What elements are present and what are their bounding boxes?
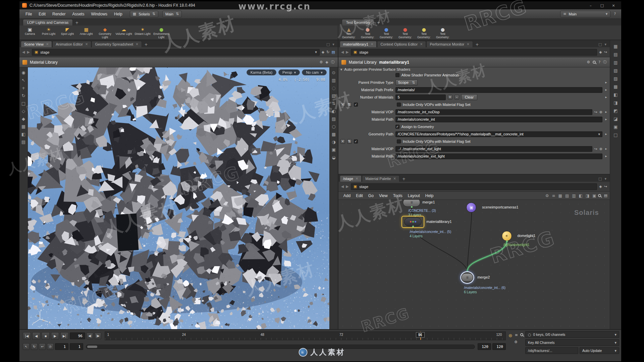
pane-tab-menu-solaris[interactable]: Solaris: [130, 11, 158, 17]
select-tool-icon[interactable]: ↖: [22, 78, 25, 82]
jump-end-button[interactable]: ▶|: [60, 332, 68, 340]
shelf-tool[interactable]: ▲ Test Geometry: C...: [340, 26, 358, 39]
rotate-tool-icon[interactable]: ↻: [22, 94, 25, 98]
jump-to-node-icon[interactable]: [594, 147, 597, 151]
network-menu-item[interactable]: Help: [423, 192, 436, 199]
tab-geometry-spreadsheet[interactable]: Geometry Spreadsheet: [92, 41, 142, 47]
lighting-icon[interactable]: ○: [332, 124, 335, 129]
panel-split-v-icon[interactable]: ▥: [613, 60, 618, 65]
menu-item[interactable]: Windows: [88, 10, 111, 18]
menu-item[interactable]: Edit: [35, 10, 49, 18]
back-icon[interactable]: [341, 185, 344, 188]
help-icon[interactable]: [611, 12, 619, 16]
network-snapshot-icon[interactable]: [604, 194, 607, 197]
next-key-button[interactable]: |▶: [95, 333, 101, 339]
add-material-button[interactable]: [448, 95, 452, 100]
shelf-tool[interactable]: ☀ Point Light: [40, 26, 58, 39]
delete-instance-icon[interactable]: [340, 102, 345, 107]
camera-pill[interactable]: No cam: [302, 69, 326, 75]
allow-anim-checkbox[interactable]: [395, 73, 399, 77]
path-field[interactable]: stage: [351, 49, 597, 56]
desktop-select[interactable]: Main: [560, 11, 610, 17]
pane-options-icon[interactable]: [332, 43, 334, 46]
jump-icon[interactable]: [604, 50, 607, 54]
panel-layout-icon[interactable]: ▦: [613, 44, 618, 49]
channel-list-icon[interactable]: [515, 333, 518, 338]
network-menu-item[interactable]: Go: [366, 192, 376, 199]
parm-menu-icon[interactable]: [604, 155, 608, 158]
info-icon[interactable]: [331, 60, 335, 64]
net-badge-icon[interactable]: ◨: [586, 194, 589, 198]
render-region-icon[interactable]: ◧: [21, 132, 25, 136]
shelf-tool[interactable]: ◆ Geometry Light: [96, 26, 114, 39]
parm-menu-icon[interactable]: [604, 81, 608, 84]
net-tools-icon[interactable]: ⚙: [545, 194, 549, 198]
back-icon[interactable]: [22, 50, 25, 54]
network-search-icon[interactable]: [598, 194, 601, 197]
stop-button[interactable]: ■: [42, 332, 50, 340]
pane-options-icon[interactable]: [604, 43, 606, 46]
pane-menu-icon[interactable]: [598, 177, 602, 181]
panel-solo-icon[interactable]: ▣: [613, 125, 618, 129]
parm-menu-icon[interactable]: [604, 96, 608, 99]
shelf-tab-lop-lights[interactable]: LOP Lights and Cameras: [23, 19, 73, 25]
count-field[interactable]: 5: [395, 95, 446, 100]
collapse-icon[interactable]: [340, 68, 342, 71]
shelf-tool[interactable]: ● Test Geometry: P...: [359, 26, 377, 39]
sync-icon[interactable]: [326, 50, 329, 54]
net-shape-icon[interactable]: ◧: [579, 194, 583, 198]
guides-icon[interactable]: ◒: [332, 155, 335, 160]
node-name-field[interactable]: materiallibrary1: [379, 60, 409, 65]
tab-stage[interactable]: /stage: [340, 175, 362, 182]
jump-to-node-icon[interactable]: [594, 110, 597, 114]
shelf-tool[interactable]: ◤ Spot Light: [58, 26, 76, 39]
chevron-down-icon[interactable]: [598, 132, 600, 136]
minimize-button[interactable]: [586, 2, 596, 8]
add-shelf-tab-icon[interactable]: [374, 20, 382, 25]
panel-split-h-icon[interactable]: ▤: [613, 52, 618, 57]
tab-close-icon[interactable]: [420, 43, 423, 46]
reorder-instance-icon[interactable]: [347, 102, 352, 107]
panel-empty-icon[interactable]: □: [613, 133, 618, 137]
range-handle[interactable]: [87, 346, 97, 348]
forward-icon[interactable]: [346, 185, 348, 188]
prefix-field[interactable]: /materials/: [395, 87, 602, 93]
network-menu-item[interactable]: View: [376, 192, 390, 199]
menu-item[interactable]: Assets: [69, 10, 88, 18]
gear-icon[interactable]: [514, 340, 518, 344]
tab-context-options[interactable]: Context Options Editor: [377, 41, 426, 47]
geometry-path-field[interactable]: /CONCRETE/instances/Prototypes/*/*/shop_…: [395, 131, 602, 137]
shelf-tab-test-geometry[interactable]: Test Geometry: [342, 19, 375, 25]
panel-max-icon[interactable]: ▨: [613, 76, 618, 81]
scrub-tool-icon[interactable]: ↖: [23, 343, 30, 350]
snapshot-icon[interactable]: [331, 50, 335, 54]
shelf-tool[interactable]: ● Test Geometry: R...: [377, 26, 395, 39]
path-field[interactable]: stage: [32, 49, 320, 56]
node-chooser-icon[interactable]: [599, 147, 602, 151]
search-icon[interactable]: [520, 333, 523, 336]
grid-toggle-icon[interactable]: ▧: [332, 94, 336, 98]
net-align-icon[interactable]: ▤: [565, 194, 569, 198]
include-vops-checkbox[interactable]: [397, 103, 401, 107]
network-editor[interactable]: Solaris ≡ merge1 /CONCRETE... (3) 3 Laye…: [338, 200, 610, 329]
pin-icon[interactable]: [325, 60, 328, 64]
auto-update-select[interactable]: Auto Update: [580, 347, 619, 354]
add-pane-tab-icon[interactable]: [142, 42, 150, 47]
render-viewport[interactable]: Karma (Beta) Persp No cam 4.8% (-2:50) 9…: [28, 67, 329, 329]
shelf-tool[interactable]: ▣ Camera: [21, 26, 39, 39]
playback-end-field[interactable]: 120: [478, 343, 491, 350]
shelf-tool[interactable]: ● Test Geometry: S...: [415, 26, 433, 39]
assign-geometry-checkbox[interactable]: ✓: [395, 125, 399, 129]
delete-instance-icon[interactable]: [340, 139, 345, 144]
tab-close-icon[interactable]: [85, 43, 88, 46]
material-path-field[interactable]: /materials/concrete_int: [395, 117, 602, 122]
current-frame-field[interactable]: 96: [70, 333, 85, 339]
close-button[interactable]: [608, 2, 619, 8]
pin-icon[interactable]: [322, 50, 324, 54]
node-chooser-icon[interactable]: [599, 110, 602, 114]
tab-materiallibrary1[interactable]: materiallibrary1: [340, 41, 377, 47]
realtime-toggle-icon[interactable]: ↩: [39, 343, 46, 350]
split-view-icon[interactable]: ⇅: [332, 101, 335, 106]
houdini-anim-icon[interactable]: [508, 333, 513, 338]
tab-close-icon[interactable]: [371, 43, 373, 46]
